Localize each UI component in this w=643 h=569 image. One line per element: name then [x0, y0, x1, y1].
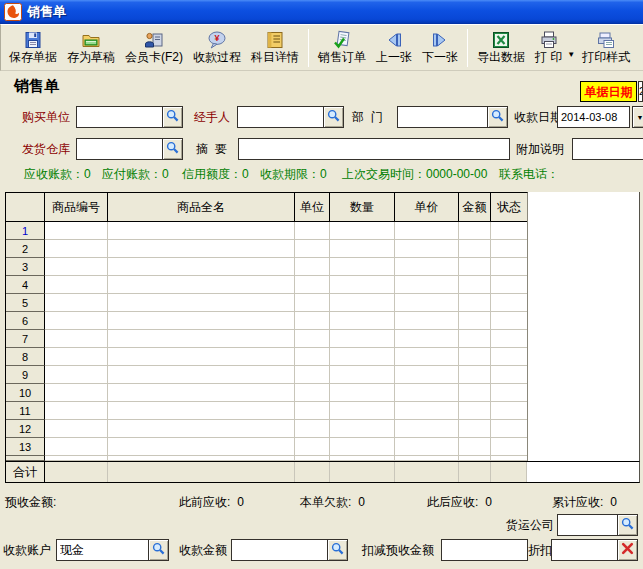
grid-cell[interactable] — [295, 276, 330, 294]
grid-cell[interactable] — [491, 312, 527, 330]
toolbar-print-button[interactable]: 打 印 — [530, 26, 567, 69]
grid-cell[interactable] — [491, 240, 527, 258]
grid-cell[interactable] — [295, 366, 330, 384]
grid-cell[interactable] — [295, 312, 330, 330]
payment-date-dropdown-button[interactable]: ▼ — [632, 106, 643, 128]
grid-cell[interactable] — [459, 330, 491, 348]
toolbar-save-button[interactable]: 保存单据 — [4, 26, 62, 69]
grid-cell[interactable] — [491, 366, 527, 384]
grid-cell[interactable] — [395, 420, 459, 438]
doc-date-button[interactable]: 单据日期 — [580, 81, 637, 102]
table-row[interactable]: 3 — [6, 258, 527, 276]
grid-cell[interactable] — [295, 348, 330, 366]
grid-cell[interactable] — [395, 366, 459, 384]
table-row[interactable]: 2 — [6, 240, 527, 258]
grid-cell[interactable] — [108, 384, 295, 402]
grid-cell[interactable] — [295, 222, 330, 240]
grid-cell[interactable] — [459, 384, 491, 402]
payment-amount-input[interactable] — [231, 539, 328, 561]
grid-cell[interactable] — [45, 240, 108, 258]
department-input[interactable] — [397, 106, 488, 128]
grid-cell[interactable] — [108, 222, 295, 240]
grid-cell[interactable] — [395, 258, 459, 276]
grid-cell[interactable] — [45, 438, 108, 456]
grid-cell[interactable] — [295, 384, 330, 402]
table-row[interactable]: 12 — [6, 420, 527, 438]
discount-clear-button[interactable] — [617, 539, 638, 561]
grid-cell[interactable] — [108, 366, 295, 384]
grid-cell[interactable] — [45, 420, 108, 438]
grid-cell[interactable] — [459, 222, 491, 240]
grid-cell[interactable] — [330, 366, 395, 384]
toolbar-member-card-button[interactable]: 会员卡(F2) — [120, 26, 188, 69]
toolbar-save-draft-button[interactable]: 存为草稿 — [62, 26, 120, 69]
grid-cell[interactable] — [295, 438, 330, 456]
grid-cell[interactable] — [459, 276, 491, 294]
handler-input[interactable] — [237, 106, 324, 128]
table-row[interactable]: 9 — [6, 366, 527, 384]
grid-cell[interactable] — [395, 438, 459, 456]
grid-cell[interactable] — [459, 420, 491, 438]
freight-lookup-button[interactable] — [617, 514, 638, 536]
grid-cell[interactable] — [395, 276, 459, 294]
toolbar-next-button[interactable]: 下一张 — [417, 26, 463, 69]
table-row[interactable]: 8 — [6, 348, 527, 366]
grid-cell[interactable] — [108, 348, 295, 366]
grid-cell[interactable] — [108, 438, 295, 456]
warehouse-lookup-button[interactable] — [162, 138, 183, 160]
table-row[interactable]: 13 — [6, 438, 527, 456]
grid-cell[interactable] — [330, 402, 395, 420]
toolbar-export-data-button[interactable]: 导出数据 — [472, 26, 530, 69]
department-lookup-button[interactable] — [487, 106, 508, 128]
grid-cell[interactable] — [459, 402, 491, 420]
grid-cell[interactable] — [330, 420, 395, 438]
grid-cell[interactable] — [295, 294, 330, 312]
payment-date-input[interactable] — [557, 106, 630, 128]
grid-cell[interactable] — [395, 330, 459, 348]
table-row[interactable]: 10 — [6, 384, 527, 402]
grid-cell[interactable] — [491, 276, 527, 294]
grid-cell[interactable] — [395, 402, 459, 420]
grid-cell[interactable] — [491, 294, 527, 312]
grid-cell[interactable] — [45, 402, 108, 420]
grid-cell[interactable] — [108, 276, 295, 294]
grid-cell[interactable] — [459, 348, 491, 366]
grid-cell[interactable] — [395, 222, 459, 240]
grid-cell[interactable] — [395, 348, 459, 366]
grid-cell[interactable] — [295, 258, 330, 276]
grid-cell[interactable] — [330, 258, 395, 276]
grid-cell[interactable] — [395, 240, 459, 258]
grid-cell[interactable] — [330, 348, 395, 366]
buyer-lookup-button[interactable] — [162, 106, 183, 128]
grid-cell[interactable] — [459, 312, 491, 330]
grid-cell[interactable] — [330, 294, 395, 312]
grid-cell[interactable] — [45, 294, 108, 312]
toolbar-payment-process-button[interactable]: ¥收款过程 — [188, 26, 246, 69]
grid-cell[interactable] — [395, 384, 459, 402]
grid-cell[interactable] — [330, 384, 395, 402]
items-grid[interactable]: 商品编号商品全名单位数量单价金额状态12345678910111213 — [5, 192, 528, 461]
grid-cell[interactable] — [108, 258, 295, 276]
toolbar-account-details-button[interactable]: 科目详情 — [246, 26, 304, 69]
grid-cell[interactable] — [108, 402, 295, 420]
grid-cell[interactable] — [491, 330, 527, 348]
handler-lookup-button[interactable] — [323, 106, 344, 128]
grid-cell[interactable] — [459, 438, 491, 456]
grid-cell[interactable] — [45, 276, 108, 294]
grid-cell[interactable] — [45, 258, 108, 276]
freight-company-input[interactable] — [557, 514, 618, 536]
grid-cell[interactable] — [108, 330, 295, 348]
grid-cell[interactable] — [491, 348, 527, 366]
grid-cell[interactable] — [108, 240, 295, 258]
table-row[interactable]: 4 — [6, 276, 527, 294]
summary-input[interactable] — [238, 138, 510, 160]
toolbar-sales-order-button[interactable]: 销售订单 — [313, 26, 371, 69]
buyer-input[interactable] — [76, 106, 163, 128]
grid-cell[interactable] — [295, 402, 330, 420]
table-row[interactable]: 11 — [6, 402, 527, 420]
notes-input[interactable] — [572, 138, 643, 160]
table-row[interactable]: 7 — [6, 330, 527, 348]
grid-cell[interactable] — [330, 240, 395, 258]
deduct-prepaid-input[interactable] — [441, 539, 528, 561]
grid-cell[interactable] — [45, 384, 108, 402]
